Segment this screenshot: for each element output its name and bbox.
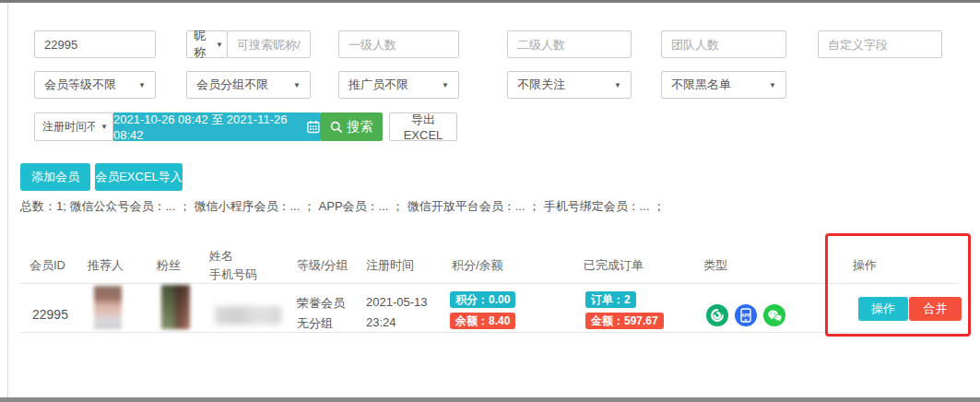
orders-badge: 订单：2 xyxy=(585,291,636,308)
chevron-down-icon: ▼ xyxy=(288,81,301,89)
row-reg-time: 23:24 xyxy=(366,315,396,329)
calendar-icon xyxy=(307,120,320,134)
date-range-value: 2021-10-26 08:42 至 2021-11-26 08:42 xyxy=(113,112,301,142)
balance-badge: 余额：8.40 xyxy=(450,313,515,329)
referrer-avatar[interactable] xyxy=(94,286,122,329)
search-button-label: 搜索 xyxy=(348,119,373,136)
table-header-divider xyxy=(20,283,959,284)
col-header-member-id: 会员ID xyxy=(30,257,65,274)
table-row-divider xyxy=(20,332,959,333)
col-header-completed-orders: 已完成订单 xyxy=(584,257,643,274)
search-button[interactable]: 搜索 xyxy=(320,112,383,141)
col-header-fans: 粉丝 xyxy=(157,257,181,274)
wechat-open-platform-icon xyxy=(706,304,728,326)
col-header-name: 姓名 xyxy=(209,248,233,265)
follow-select-value: 不限关注 xyxy=(517,77,565,93)
nickname-type-select[interactable]: 昵称 ▼ xyxy=(186,30,228,58)
member-group-select[interactable]: 会员分组不限 ▼ xyxy=(186,71,311,99)
row-operate-button[interactable]: 操作 xyxy=(858,297,908,321)
nickname-type-select-value: 昵称 xyxy=(194,28,210,61)
member-group-select-value: 会员分组不限 xyxy=(196,77,268,93)
row-member-id: 22995 xyxy=(32,307,68,322)
date-range-picker[interactable]: 2021-10-26 08:42 至 2021-11-26 08:42 xyxy=(113,112,320,141)
window-top-edge xyxy=(0,0,980,3)
promoter-select[interactable]: 推广员不限 ▼ xyxy=(338,71,459,99)
chevron-down-icon: ▼ xyxy=(133,81,146,89)
excel-import-button[interactable]: 会员EXCEL导入 xyxy=(95,163,183,191)
col-header-type: 类型 xyxy=(703,257,727,274)
add-member-button[interactable]: 添加会员 xyxy=(20,163,90,191)
col-header-points-balance: 积分/余额 xyxy=(452,257,503,274)
col-header-referrer: 推荐人 xyxy=(88,257,124,274)
level2-count-input[interactable] xyxy=(507,30,632,58)
search-icon xyxy=(330,121,343,134)
nickname-search-input[interactable] xyxy=(227,30,311,58)
panel-left-border xyxy=(7,3,8,397)
follow-select[interactable]: 不限关注 ▼ xyxy=(507,71,632,99)
fans-avatar[interactable] xyxy=(161,285,190,329)
col-header-reg-time: 注册时间 xyxy=(366,257,414,274)
name-phone-redacted xyxy=(215,306,281,325)
export-excel-label: 导出 EXCEL xyxy=(390,112,456,142)
blacklist-select[interactable]: 不限黑名单 ▼ xyxy=(661,71,786,99)
custom-field-input[interactable] xyxy=(818,30,942,58)
promoter-select-value: 推广员不限 xyxy=(348,77,408,93)
add-member-label: 添加会员 xyxy=(31,169,79,185)
export-excel-button[interactable]: 导出 EXCEL xyxy=(389,112,457,141)
app-icon: APP xyxy=(735,304,757,326)
row-reg-date: 2021-05-13 xyxy=(366,295,428,309)
reg-time-filter-select[interactable]: 注册时间不限 ▼ xyxy=(34,112,113,141)
chevron-down-icon: ▼ xyxy=(210,41,223,49)
chevron-down-icon: ▼ xyxy=(95,123,108,131)
reg-time-filter-value: 注册时间不限 xyxy=(42,119,95,135)
chevron-down-icon: ▼ xyxy=(608,81,621,89)
member-level-select[interactable]: 会员等级不限 ▼ xyxy=(34,71,156,99)
col-header-operation: 操作 xyxy=(853,257,877,274)
col-header-phone: 手机号码 xyxy=(209,266,257,283)
chevron-down-icon: ▼ xyxy=(763,81,776,89)
amount-badge: 金额：597.67 xyxy=(585,313,664,329)
operation-column-highlight-box xyxy=(825,233,971,337)
chevron-down-icon: ▼ xyxy=(436,81,449,89)
row-merge-label: 合并 xyxy=(924,301,948,317)
member-id-input[interactable] xyxy=(34,30,156,58)
points-badge: 积分：0.00 xyxy=(450,291,515,308)
row-level: 荣誉会员 xyxy=(297,295,345,312)
row-group: 无分组 xyxy=(297,315,333,332)
team-count-input[interactable] xyxy=(661,30,786,58)
member-level-select-value: 会员等级不限 xyxy=(44,77,116,93)
member-count-summary: 总数：1; 微信公众号会员：... ； 微信小程序会员：... ； APP会员：… xyxy=(20,198,665,215)
window-bottom-edge xyxy=(0,397,980,402)
blacklist-select-value: 不限黑名单 xyxy=(671,77,731,93)
level1-count-input[interactable] xyxy=(338,30,459,58)
svg-text:APP: APP xyxy=(741,313,750,318)
wechat-icon xyxy=(763,304,785,326)
row-merge-button[interactable]: 合并 xyxy=(909,297,962,321)
excel-import-label: 会员EXCEL导入 xyxy=(95,169,183,185)
col-header-level-group: 等级/分组 xyxy=(297,257,348,274)
row-operate-label: 操作 xyxy=(871,301,895,317)
